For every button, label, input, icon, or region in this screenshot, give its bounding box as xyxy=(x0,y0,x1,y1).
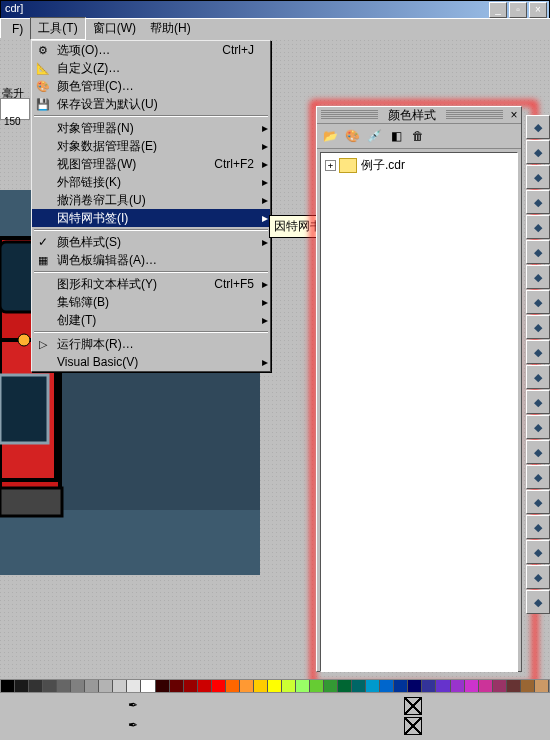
menu-help[interactable]: 帮助(H) xyxy=(143,18,198,39)
no-outline-icon[interactable] xyxy=(404,717,422,735)
swatch[interactable] xyxy=(310,680,324,692)
swatch[interactable] xyxy=(1,680,15,692)
menu-item[interactable]: ▷运行脚本(R)… xyxy=(32,335,270,353)
tool-gradient-icon[interactable]: ◆ xyxy=(526,315,550,339)
menu-file[interactable]: F) xyxy=(5,20,30,38)
swatch[interactable] xyxy=(85,680,99,692)
menu-item[interactable]: 集锦簿(B)▸ xyxy=(32,293,270,311)
expand-icon[interactable]: + xyxy=(325,160,336,171)
tool-eye-icon[interactable]: ◆ xyxy=(526,465,550,489)
tool-cube-icon[interactable]: ◆ xyxy=(526,590,550,614)
docker-close-icon[interactable]: × xyxy=(507,108,521,122)
tool-star2-icon[interactable]: ◆ xyxy=(526,340,550,364)
docker-tree[interactable]: + 例子.cdr xyxy=(320,152,518,672)
swatch[interactable] xyxy=(408,680,422,692)
menu-item[interactable]: ✓颜色样式(S)▸ xyxy=(32,233,270,251)
menu-item[interactable]: 📐自定义(Z)… xyxy=(32,59,270,77)
swatch[interactable] xyxy=(296,680,310,692)
menu-item[interactable]: Visual Basic(V)▸ xyxy=(32,353,270,371)
menu-tools[interactable]: 工具(T) xyxy=(30,17,85,40)
menu-item[interactable]: 视图管理器(W)Ctrl+F2▸ xyxy=(32,155,270,173)
swatch[interactable] xyxy=(254,680,268,692)
tool-layers-icon[interactable]: ◆ xyxy=(526,240,550,264)
fill-indicator[interactable]: ✒ xyxy=(128,698,148,714)
swatch[interactable] xyxy=(507,680,521,692)
swatch[interactable] xyxy=(422,680,436,692)
tool-stack-icon[interactable]: ◆ xyxy=(526,215,550,239)
minimize-button[interactable]: _ xyxy=(489,2,507,18)
menu-item[interactable]: 撤消卷帘工具(U)▸ xyxy=(32,191,270,209)
swatch[interactable] xyxy=(479,680,493,692)
tool-free-icon[interactable]: ◆ xyxy=(526,415,550,439)
swatch[interactable] xyxy=(436,680,450,692)
docker-grip[interactable] xyxy=(446,110,503,120)
swatch[interactable] xyxy=(366,680,380,692)
menu-item[interactable]: 💾保存设置为默认(U) xyxy=(32,95,270,113)
outline-indicator[interactable]: ✒ xyxy=(128,718,148,734)
swatch[interactable] xyxy=(170,680,184,692)
swatch[interactable] xyxy=(198,680,212,692)
tool-lock-icon[interactable]: ◆ xyxy=(526,515,550,539)
swatch[interactable] xyxy=(380,680,394,692)
menu-item[interactable]: 对象数据管理器(E)▸ xyxy=(32,137,270,155)
swatch[interactable] xyxy=(43,680,57,692)
tool-circle-icon[interactable]: ◆ xyxy=(526,490,550,514)
menu-window[interactable]: 窗口(W) xyxy=(86,18,143,39)
palette-icon[interactable]: 🎨 xyxy=(342,126,362,146)
swatch[interactable] xyxy=(521,680,535,692)
swatch[interactable] xyxy=(240,680,254,692)
swatch[interactable] xyxy=(141,680,155,692)
swatch[interactable] xyxy=(99,680,113,692)
menu-item[interactable]: 外部链接(K)▸ xyxy=(32,173,270,191)
swatch[interactable] xyxy=(394,680,408,692)
swatch[interactable] xyxy=(113,680,127,692)
swatch[interactable] xyxy=(535,680,549,692)
swatch[interactable] xyxy=(15,680,29,692)
swatch[interactable] xyxy=(493,680,507,692)
swatch[interactable] xyxy=(338,680,352,692)
swatch[interactable] xyxy=(282,680,296,692)
menu-item[interactable]: 🎨颜色管理(C)… xyxy=(32,77,270,95)
menu-item[interactable]: 创建(T)▸ xyxy=(32,311,270,329)
swatch[interactable] xyxy=(352,680,366,692)
restore-button[interactable]: ▫ xyxy=(509,2,527,18)
swatch[interactable] xyxy=(226,680,240,692)
menu-item-icon: 🎨 xyxy=(32,77,54,95)
docker-grip[interactable] xyxy=(321,110,378,120)
menu-item[interactable]: 图形和文本样式(Y)Ctrl+F5▸ xyxy=(32,275,270,293)
blend-icon[interactable]: ◧ xyxy=(386,126,406,146)
folder-open-icon[interactable]: 📂 xyxy=(320,126,340,146)
swatch[interactable] xyxy=(268,680,282,692)
swatch[interactable] xyxy=(212,680,226,692)
eyedropper-icon[interactable]: 💉 xyxy=(364,126,384,146)
tree-node[interactable]: + 例子.cdr xyxy=(325,157,513,173)
swatch[interactable] xyxy=(57,680,71,692)
tool-spiral-icon[interactable]: ◆ xyxy=(526,440,550,464)
tool-shape-a-icon[interactable]: ◆ xyxy=(526,265,550,289)
swatch[interactable] xyxy=(29,680,43,692)
swatch[interactable] xyxy=(127,680,141,692)
tool-plus-group-icon[interactable]: ◆ xyxy=(526,190,550,214)
swatch[interactable] xyxy=(71,680,85,692)
swatch[interactable] xyxy=(156,680,170,692)
swatch[interactable] xyxy=(465,680,479,692)
tool-arrow-sw-icon[interactable]: ◆ xyxy=(526,140,550,164)
menu-item[interactable]: ▦调色板编辑器(A)… xyxy=(32,251,270,269)
tool-info-icon[interactable]: ◆ xyxy=(526,565,550,589)
tool-shape-b-icon[interactable]: ◆ xyxy=(526,290,550,314)
tool-plus-icon[interactable]: ◆ xyxy=(526,165,550,189)
menu-item[interactable]: ⚙选项(O)…Ctrl+J xyxy=(32,41,270,59)
tool-search-icon[interactable]: ◆ xyxy=(526,540,550,564)
close-button[interactable]: × xyxy=(529,2,547,18)
color-palette[interactable] xyxy=(0,679,550,693)
menu-item[interactable]: 对象管理器(N)▸ xyxy=(32,119,270,137)
swatch[interactable] xyxy=(451,680,465,692)
tool-burst-icon[interactable]: ◆ xyxy=(526,390,550,414)
no-fill-icon[interactable] xyxy=(404,697,422,715)
delete-icon[interactable]: 🗑 xyxy=(408,126,428,146)
menu-item[interactable]: 因特网书签(I)▸ xyxy=(32,209,270,227)
swatch[interactable] xyxy=(324,680,338,692)
tool-star-icon[interactable]: ◆ xyxy=(526,115,550,139)
swatch[interactable] xyxy=(184,680,198,692)
tool-poly-icon[interactable]: ◆ xyxy=(526,365,550,389)
